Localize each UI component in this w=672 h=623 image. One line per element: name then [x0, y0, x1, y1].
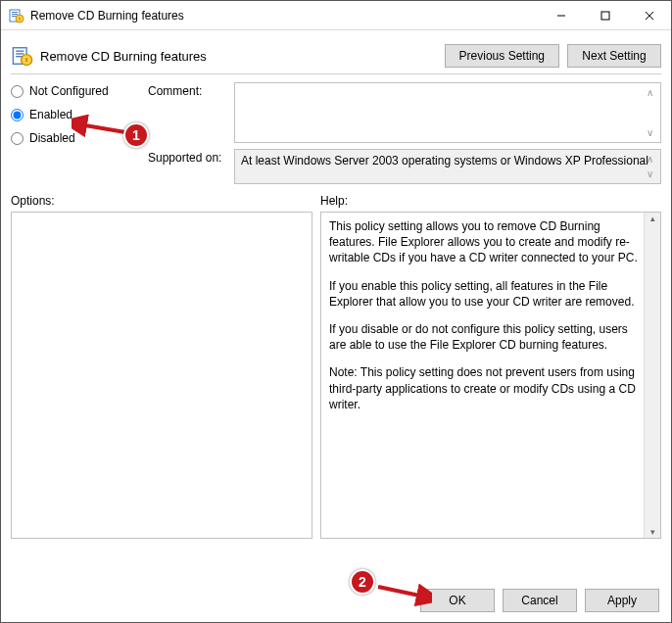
help-paragraph: If you enable this policy setting, all f… [329, 278, 643, 310]
maximize-button[interactable] [583, 1, 627, 29]
policy-icon [9, 8, 24, 24]
cancel-button[interactable]: Cancel [503, 589, 577, 612]
next-setting-button[interactable]: Next Setting [567, 44, 661, 68]
radio-enabled-label: Enabled [29, 108, 72, 121]
help-scrollbar[interactable]: ▴ ▾ [644, 213, 660, 538]
close-button[interactable] [627, 1, 671, 29]
help-paragraph: If you disable or do not configure this … [329, 321, 643, 353]
radio-disabled[interactable]: Disabled [11, 131, 138, 145]
svg-rect-12 [16, 53, 24, 54]
options-panel [11, 212, 312, 539]
annotation-badge-2: 2 [350, 569, 375, 595]
help-paragraph: This policy setting allows you to remove… [329, 218, 643, 266]
apply-button[interactable]: Apply [585, 589, 659, 612]
comment-textbox[interactable]: ∧∨ [234, 82, 661, 143]
radio-disabled-input[interactable] [11, 132, 24, 145]
radio-not-configured[interactable]: Not Configured [11, 84, 138, 98]
radio-enabled-input[interactable] [11, 109, 24, 121]
policy-icon-large [11, 44, 34, 68]
minimize-button[interactable] [539, 1, 583, 29]
scroll-down-icon[interactable]: ▾ [650, 526, 655, 538]
window-title: Remove CD Burning features [30, 9, 539, 23]
svg-rect-2 [12, 14, 18, 15]
svg-rect-7 [601, 12, 609, 20]
comment-label: Comment: [148, 82, 226, 98]
svg-rect-15 [25, 58, 27, 62]
titlebar: Remove CD Burning features [1, 1, 671, 30]
supported-label: Supported on: [148, 149, 226, 165]
svg-line-17 [378, 587, 424, 597]
annotation-badge-1: 1 [123, 122, 149, 148]
supported-textbox: At least Windows Server 2003 operating s… [234, 149, 661, 184]
help-label: Help: [320, 194, 661, 208]
svg-rect-11 [16, 51, 24, 52]
supported-value: At least Windows Server 2003 operating s… [241, 154, 648, 168]
radio-not-configured-label: Not Configured [29, 84, 109, 98]
scroll-up-icon[interactable]: ▴ [650, 213, 655, 224]
previous-setting-button[interactable]: Previous Setting [445, 44, 559, 68]
radio-disabled-label: Disabled [29, 131, 75, 145]
policy-title: Remove CD Burning features [40, 49, 207, 64]
radio-not-configured-input[interactable] [11, 85, 24, 98]
radio-enabled[interactable]: Enabled [11, 108, 138, 121]
ok-button[interactable]: OK [420, 589, 495, 612]
svg-rect-1 [12, 12, 18, 13]
help-paragraph: Note: This policy setting does not preve… [329, 364, 643, 412]
help-panel: This policy setting allows you to remove… [320, 212, 661, 539]
svg-rect-5 [19, 17, 20, 20]
options-label: Options: [11, 194, 312, 208]
separator [11, 73, 661, 74]
